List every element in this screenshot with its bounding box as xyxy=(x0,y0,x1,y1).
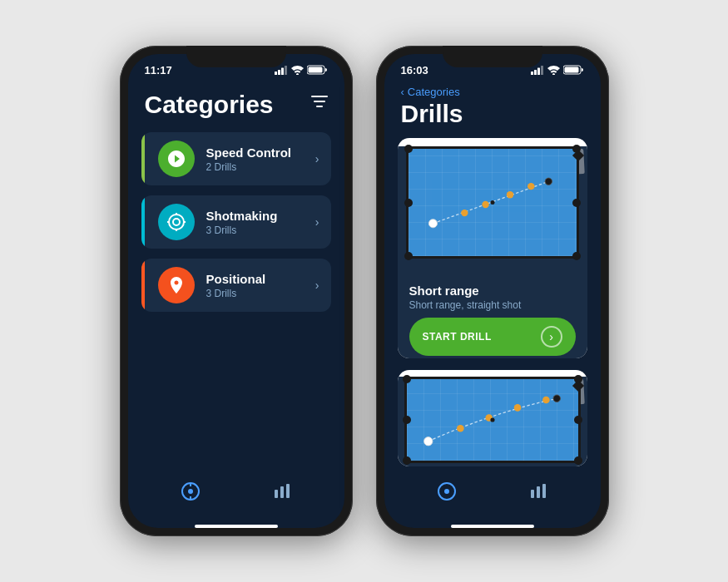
drills-title: Drills xyxy=(401,100,584,128)
svg-rect-0 xyxy=(275,72,277,75)
category-accent-positional xyxy=(141,259,145,312)
status-bar-right: 16:03 xyxy=(384,54,601,81)
svg-point-33 xyxy=(527,183,534,190)
signal-icon xyxy=(275,66,288,75)
svg-point-41 xyxy=(552,395,560,402)
start-drill-text-1: START DRILL xyxy=(423,331,492,343)
svg-point-30 xyxy=(461,210,468,216)
positional-icon xyxy=(166,275,186,295)
speed-control-icon xyxy=(166,149,186,169)
drill-image-2 xyxy=(398,377,587,466)
svg-rect-46 xyxy=(537,486,540,498)
battery-icon xyxy=(307,65,328,75)
svg-point-42 xyxy=(490,417,494,422)
svg-rect-8 xyxy=(316,106,323,107)
svg-point-35 xyxy=(490,200,494,205)
drill-desc-1: Short range, straight shot xyxy=(409,299,576,311)
left-screen: 11:17 xyxy=(128,54,344,528)
nav-drills-right[interactable] xyxy=(437,481,457,506)
category-accent-speed xyxy=(141,132,145,185)
svg-rect-2 xyxy=(281,67,284,75)
pool-table-2 xyxy=(404,377,581,463)
speed-control-count: 2 Drills xyxy=(206,161,315,173)
status-icons-right xyxy=(531,65,584,75)
svg-rect-24 xyxy=(537,67,540,75)
categories-title: Categories xyxy=(145,91,274,119)
status-bar-left: 11:17 xyxy=(128,54,344,81)
positional-count: 3 Drills xyxy=(206,288,315,299)
shotmaking-name: Shotmaking xyxy=(206,209,315,223)
shotmaking-icon-wrap xyxy=(158,204,195,240)
svg-point-10 xyxy=(173,219,180,225)
positional-icon-wrap xyxy=(158,267,195,303)
nav-stats-right[interactable] xyxy=(528,481,548,506)
drills-list: Short range Short range, straight shot S… xyxy=(384,131,601,473)
pool-table-1 xyxy=(406,146,579,259)
svg-point-9 xyxy=(169,215,184,229)
home-bar-right xyxy=(451,525,534,528)
drill-name-1: Short range xyxy=(409,284,576,298)
stats-nav-icon xyxy=(528,481,548,501)
back-link[interactable]: ‹ Categories xyxy=(401,86,584,98)
svg-point-31 xyxy=(482,201,488,208)
svg-rect-22 xyxy=(531,72,533,75)
status-time-right: 16:03 xyxy=(401,64,428,76)
speed-control-name: Speed Control xyxy=(206,146,315,160)
svg-rect-27 xyxy=(564,67,578,73)
battery-icon-right xyxy=(563,65,584,75)
svg-point-32 xyxy=(506,191,513,198)
nav-stats-left[interactable] xyxy=(272,481,292,506)
drills-header: ‹ Categories Drills xyxy=(384,81,601,131)
shotmaking-text: Shotmaking 3 Drills xyxy=(206,209,315,236)
speed-control-text: Speed Control 2 Drills xyxy=(206,146,315,173)
svg-rect-1 xyxy=(278,70,280,75)
right-phone: 16:03 xyxy=(376,46,609,536)
speed-control-chevron: › xyxy=(315,152,319,165)
svg-rect-25 xyxy=(541,66,543,75)
wifi-icon-right xyxy=(547,66,560,75)
svg-rect-5 xyxy=(308,67,322,73)
shotmaking-count: 3 Drills xyxy=(206,224,315,236)
svg-rect-6 xyxy=(311,96,328,97)
svg-point-44 xyxy=(444,489,449,494)
categories-list: Speed Control 2 Drills › xyxy=(128,126,344,318)
drill-card-2[interactable] xyxy=(398,370,587,466)
categories-header: Categories xyxy=(128,81,344,126)
shotmaking-icon xyxy=(166,212,186,232)
svg-rect-7 xyxy=(314,101,325,102)
drill-card-1[interactable]: Short range Short range, straight shot S… xyxy=(398,138,587,358)
svg-rect-19 xyxy=(275,490,278,498)
positional-text: Positional 3 Drills xyxy=(206,272,315,299)
trajectory-svg-2 xyxy=(407,379,578,461)
start-drill-btn-1[interactable]: START DRILL › xyxy=(409,318,576,356)
drills-nav-icon xyxy=(437,481,457,501)
svg-rect-45 xyxy=(531,490,534,498)
start-drill-arrow-1: › xyxy=(541,326,562,348)
svg-point-40 xyxy=(542,397,550,404)
svg-point-37 xyxy=(457,425,464,432)
svg-rect-3 xyxy=(285,66,287,75)
left-phone: 11:17 xyxy=(120,46,353,536)
svg-rect-20 xyxy=(280,486,284,498)
status-time-left: 11:17 xyxy=(145,64,172,76)
trajectory-svg-1 xyxy=(409,149,577,256)
positional-name: Positional xyxy=(206,272,315,286)
category-accent-shotmaking xyxy=(141,195,145,249)
svg-rect-47 xyxy=(542,484,546,498)
status-icons-left xyxy=(275,65,328,75)
bottom-nav-right xyxy=(384,473,601,520)
svg-point-29 xyxy=(428,219,437,228)
drill-image-1 xyxy=(398,146,587,275)
category-item-positional[interactable]: Positional 3 Drills › xyxy=(141,259,331,312)
svg-point-34 xyxy=(545,178,552,185)
back-label: Categories xyxy=(408,86,460,98)
nav-drills-left[interactable] xyxy=(181,481,201,506)
category-item-speed-control[interactable]: Speed Control 2 Drills › xyxy=(141,132,331,185)
back-chevron: ‹ xyxy=(401,86,404,98)
svg-point-39 xyxy=(513,404,521,412)
category-item-shotmaking[interactable]: Shotmaking 3 Drills › xyxy=(141,195,331,249)
filter-icon[interactable] xyxy=(311,94,328,111)
svg-rect-21 xyxy=(286,484,290,498)
positional-chevron: › xyxy=(315,279,319,292)
shotmaking-chevron: › xyxy=(315,215,319,229)
